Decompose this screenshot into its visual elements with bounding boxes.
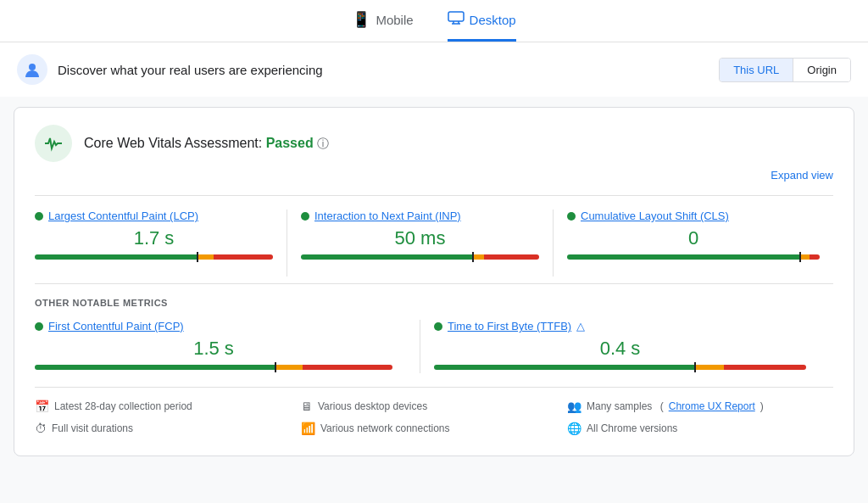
- calendar-icon: 📅: [35, 400, 49, 413]
- fcp-value: 1.5 s: [35, 338, 392, 360]
- footer-samples: 👥 Many samples (Chrome UX Report): [567, 400, 833, 413]
- inp-bar: [301, 254, 539, 260]
- metric-cls: Cumulative Layout Shift (CLS) 0: [567, 210, 833, 277]
- chrome-ux-link[interactable]: Chrome UX Report: [669, 400, 755, 412]
- metric-ttfb: Time to First Byte (TTFB) △ 0.4 s: [434, 320, 833, 373]
- metric-fcp: First Contentful Paint (FCP) 1.5 s: [35, 320, 420, 373]
- inp-dot: [301, 212, 309, 221]
- timer-icon: ⏱: [35, 422, 47, 435]
- footer-collection-period: 📅 Latest 28-day collection period: [35, 400, 301, 413]
- ttfb-label-row: Time to First Byte (TTFB) △: [434, 320, 806, 333]
- desktop-icon: [448, 11, 465, 29]
- origin-button[interactable]: Origin: [793, 59, 850, 81]
- footer-collection-text: Latest 28-day collection period: [54, 400, 192, 412]
- cls-label-row: Cumulative Layout Shift (CLS): [567, 210, 820, 222]
- fcp-bar: [35, 365, 392, 370]
- other-metrics-grid: First Contentful Paint (FCP) 1.5 s Time …: [35, 320, 833, 373]
- lcp-label-row: Largest Contentful Paint (LCP): [35, 210, 273, 222]
- footer-chrome-text: All Chrome versions: [587, 422, 677, 434]
- mobile-icon: 📱: [352, 10, 370, 29]
- svg-point-4: [29, 64, 36, 70]
- footer-info: 📅 Latest 28-day collection period 🖥 Vari…: [35, 387, 833, 439]
- monitor-icon: 🖥: [301, 400, 313, 413]
- svg-rect-0: [448, 12, 464, 21]
- help-icon[interactable]: ⓘ: [317, 137, 329, 150]
- footer-samples-text: Many samples: [587, 400, 652, 412]
- expand-view[interactable]: Expand view: [35, 169, 833, 182]
- ttfb-bar: [434, 365, 806, 370]
- other-metrics-label: OTHER NOTABLE METRICS: [35, 298, 833, 308]
- metric-inp: Interaction to Next Paint (INP) 50 ms: [301, 210, 554, 277]
- header-bar: Discover what your real users are experi…: [0, 42, 868, 97]
- tab-mobile-label: Mobile: [376, 13, 413, 27]
- core-metrics-grid: Largest Contentful Paint (LCP) 1.7 s Int…: [35, 195, 833, 277]
- fcp-label-row: First Contentful Paint (FCP): [35, 320, 392, 333]
- tab-desktop-label: Desktop: [470, 13, 516, 27]
- ttfb-dot: [434, 322, 442, 331]
- footer-desktop-devices: 🖥 Various desktop devices: [301, 400, 567, 413]
- fcp-dot: [35, 322, 43, 331]
- lcp-dot: [35, 212, 43, 221]
- network-icon: 📶: [301, 422, 315, 435]
- ttfb-name[interactable]: Time to First Byte (TTFB): [448, 320, 571, 333]
- footer-visits-text: Full visit durations: [52, 422, 133, 434]
- tab-mobile[interactable]: 📱 Mobile: [352, 10, 413, 42]
- passed-badge: Passed: [266, 136, 314, 150]
- fcp-name[interactable]: First Contentful Paint (FCP): [48, 320, 184, 333]
- footer-network: 📶 Various network connections: [301, 422, 567, 435]
- header-left: Discover what your real users are experi…: [17, 54, 323, 85]
- lcp-bar: [35, 254, 273, 260]
- inp-label-row: Interaction to Next Paint (INP): [301, 210, 539, 222]
- lcp-value: 1.7 s: [35, 227, 273, 249]
- cls-name[interactable]: Cumulative Layout Shift (CLS): [581, 210, 729, 222]
- metric-lcp: Largest Contentful Paint (LCP) 1.7 s: [35, 210, 287, 277]
- people-icon: 👥: [567, 400, 581, 413]
- experiment-icon: △: [576, 320, 585, 333]
- ttfb-value: 0.4 s: [434, 338, 806, 360]
- tabs-bar: 📱 Mobile Desktop: [0, 0, 868, 42]
- header-title: Discover what your real users are experi…: [58, 63, 323, 77]
- footer-chrome-versions: 🌐 All Chrome versions: [567, 422, 833, 435]
- inp-value: 50 ms: [301, 227, 539, 249]
- card-header: Core Web Vitals Assessment: Passed ⓘ: [35, 125, 833, 162]
- tab-desktop[interactable]: Desktop: [448, 11, 516, 42]
- header-buttons: This URL Origin: [719, 58, 851, 82]
- lcp-name[interactable]: Largest Contentful Paint (LCP): [48, 210, 198, 222]
- chrome-icon: 🌐: [567, 422, 581, 435]
- section-divider: [35, 283, 833, 284]
- assessment-title: Core Web Vitals Assessment: Passed ⓘ: [84, 136, 329, 152]
- footer-desktop-text: Various desktop devices: [318, 400, 427, 412]
- avatar: [17, 54, 47, 85]
- cls-dot: [567, 212, 576, 221]
- cls-bar: [567, 254, 820, 260]
- this-url-button[interactable]: This URL: [720, 59, 793, 81]
- inp-name[interactable]: Interaction to Next Paint (INP): [314, 210, 461, 222]
- main-card: Core Web Vitals Assessment: Passed ⓘ Exp…: [14, 107, 854, 456]
- footer-visit-durations: ⏱ Full visit durations: [35, 422, 301, 435]
- vitals-icon: [35, 125, 72, 162]
- footer-network-text: Various network connections: [320, 422, 450, 434]
- cls-value: 0: [567, 227, 820, 249]
